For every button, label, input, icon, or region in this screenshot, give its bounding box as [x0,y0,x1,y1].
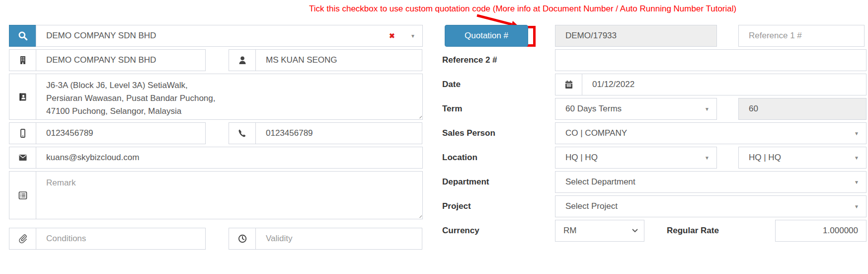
annotation-note: Tick this checkbox to use custom quotati… [309,4,736,14]
validity-addon [229,228,256,250]
regular-rate-label: Regular Rate [667,220,719,242]
paperclip-icon [18,234,28,244]
date-input[interactable] [582,74,867,95]
chevron-down-icon: ▼ [705,155,710,161]
chevron-down-icon [632,229,638,233]
contact-person-addon [229,49,256,71]
phone-input[interactable] [255,122,422,144]
phone-addon [229,122,256,144]
email-input[interactable] [36,147,423,169]
remark-addon [9,171,36,219]
address-textarea[interactable]: J6-3A (Block J6, Level 3A) SetiaWalk, Pe… [36,74,423,120]
sales-person-value: CO | COMPANY [565,128,627,138]
label-department: Department [442,171,489,193]
label-reference2: Reference 2 # [442,49,497,71]
date-addon[interactable] [555,74,582,95]
label-project: Project [442,195,471,217]
location2-value: HQ | HQ [749,153,781,163]
conditions-input[interactable] [36,228,206,250]
envelope-icon [18,153,28,163]
remark-list-icon [18,190,28,200]
company-name-input[interactable] [36,49,206,71]
reference2-input[interactable] [555,49,867,71]
location1-value: HQ | HQ [565,153,598,163]
term-select[interactable]: 60 Days Terms ▼ [555,98,717,120]
conditions-addon [9,228,36,250]
department-select[interactable]: Select Department ▼ [555,171,867,193]
label-location: Location [442,147,477,169]
chevron-down-icon: ▼ [854,180,859,185]
clock-icon [237,234,247,244]
department-value: Select Department [565,177,635,187]
term-days-input: 60 [738,98,867,120]
address-addon [9,74,36,120]
chevron-down-icon: ▼ [854,131,859,136]
document-number-input [555,25,717,47]
clear-selection-icon[interactable]: ✖ [389,25,395,47]
currency-select[interactable]: RM [555,220,644,242]
quotation-number-button[interactable]: Quotation # [445,25,528,47]
label-currency: Currency [442,220,479,242]
chevron-down-icon: ▼ [854,155,859,161]
term-days-value: 60 [749,104,758,114]
phone-icon [237,128,247,138]
chevron-down-icon: ▼ [854,204,859,209]
address-card-icon [18,92,28,102]
mobile-addon [9,122,36,144]
mobile-input[interactable] [36,122,206,144]
building-icon [18,55,28,65]
reference1-input[interactable] [738,25,865,47]
remark-textarea[interactable] [36,171,423,219]
location-select-2[interactable]: HQ | HQ ▼ [738,147,867,169]
project-value: Select Project [565,201,618,211]
mobile-icon [18,128,28,138]
calendar-icon [564,80,574,90]
currency-value: RM [563,226,576,236]
project-select[interactable]: Select Project ▼ [555,195,867,217]
label-date: Date [442,74,461,95]
chevron-down-icon: ▼ [705,106,710,112]
location-select-1[interactable]: HQ | HQ ▼ [555,147,717,169]
customer-search-input[interactable] [36,25,423,47]
rate-input[interactable] [775,220,867,242]
search-icon [17,30,28,41]
email-addon [9,147,36,169]
label-term: Term [442,98,462,120]
label-sales-person: Sales Person [442,122,495,144]
term-select-value: 60 Days Terms [565,104,622,114]
user-icon [237,55,247,65]
sales-person-select[interactable]: CO | COMPANY ▼ [555,122,867,144]
customer-search-addon[interactable] [9,25,36,47]
validity-input[interactable] [255,228,422,250]
contact-person-input[interactable] [255,49,422,71]
company-name-addon [9,49,36,71]
quotation-form: Tick this checkbox to use custom quotati… [0,0,868,274]
